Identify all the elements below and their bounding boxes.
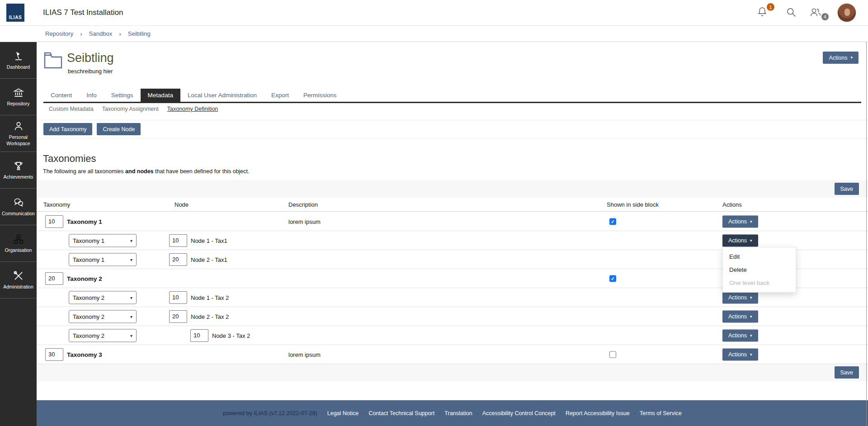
row-actions-button[interactable]: Actions▾ <box>722 291 758 303</box>
scrollbar[interactable] <box>866 42 867 426</box>
tab-permissions[interactable]: Permissions <box>296 89 344 102</box>
actions-label: Actions <box>728 294 747 301</box>
sidebar-item-organisation[interactable]: Organisation <box>0 225 37 262</box>
table-header: Taxonomy Node Description Shown in side … <box>37 198 868 212</box>
taxonomy-select[interactable]: Taxonomy 1▾ <box>69 234 137 247</box>
order-input[interactable] <box>169 291 187 304</box>
row-actions-button[interactable]: Actions▾ <box>722 215 758 227</box>
chevron-down-icon: ▾ <box>130 314 132 319</box>
contacts-button[interactable] <box>808 6 823 20</box>
footer-link-terms-of-service[interactable]: Terms of Service <box>640 410 682 417</box>
chevron-down-icon: ▾ <box>130 257 132 262</box>
footer-link-contact-technical-support[interactable]: Contact Technical Support <box>368 410 434 417</box>
sidebar-label: Achievements <box>4 174 33 180</box>
check-icon: ✓ <box>611 219 615 224</box>
taxonomy-select[interactable]: Taxonomy 2▾ <box>69 310 137 323</box>
caret-down-icon: ▾ <box>750 352 752 356</box>
sidebar-label: Dashboard <box>7 64 30 70</box>
ilias-logo-text: ILIAS <box>9 15 22 20</box>
taxonomy-select[interactable]: Taxonomy 2▾ <box>69 329 137 342</box>
search-button[interactable] <box>785 6 797 20</box>
subtab-taxonomy-assignment[interactable]: Taxonomy Assignment <box>102 106 159 112</box>
table-row-node-2-tax2: Taxonomy 2▾ Node 2 - Tax 2 Actions▾ <box>37 307 868 326</box>
table-top-bar: Save <box>37 180 868 198</box>
subtab-taxonomy-definition[interactable]: Taxonomy Definition <box>167 106 218 112</box>
person-icon <box>13 120 24 132</box>
taxonomy-select-value: Taxonomy 2 <box>73 313 104 320</box>
actions-label: Actions <box>728 351 747 358</box>
order-input[interactable] <box>169 253 187 266</box>
taxonomy-select[interactable]: Taxonomy 2▾ <box>69 291 137 304</box>
subtitle-text: The following are all taxonomies <box>43 168 125 175</box>
divider <box>37 120 868 120</box>
taxonomy-select[interactable]: Taxonomy 1▾ <box>69 253 137 266</box>
notifications-badge: 1 <box>767 3 774 11</box>
sidebar-item-repository[interactable]: Repository <box>0 79 37 115</box>
caret-down-icon: ▾ <box>750 238 752 242</box>
caret-down-icon: ▾ <box>750 219 752 223</box>
sidebar-item-communication[interactable]: Communication <box>0 189 37 225</box>
toolbar: Add Taxonomy Create Node <box>43 123 141 135</box>
footer-link-translation[interactable]: Translation <box>444 410 472 417</box>
order-input[interactable] <box>45 272 63 285</box>
column-header-actions: Actions <box>722 198 742 212</box>
tab-metadata[interactable]: Metadata <box>141 89 180 102</box>
chevron-down-icon: ▾ <box>130 333 132 338</box>
subtab-bar: Custom Metadata Taxonomy Assignment Taxo… <box>49 106 218 112</box>
breadcrumb-item-repository[interactable]: Repository <box>45 30 73 37</box>
subtab-custom-metadata[interactable]: Custom Metadata <box>49 106 94 112</box>
repository-bank-icon <box>13 87 24 99</box>
trophy-icon <box>13 160 24 172</box>
page-footer: powered by ILIAS (v7.12 2022-07-29) · Le… <box>37 400 868 426</box>
row-actions-button[interactable]: Actions▾ <box>722 329 758 341</box>
row-actions-button[interactable]: Actions▾ <box>722 348 758 360</box>
dashboard-lamp-icon <box>13 50 24 62</box>
page-title: Seibtling <box>67 51 114 65</box>
subtitle-bold-text: and nodes <box>125 168 154 175</box>
tab-content[interactable]: Content <box>43 89 79 102</box>
tab-info[interactable]: Info <box>79 89 104 102</box>
tab-local-user-administration[interactable]: Local User Administration <box>180 89 264 102</box>
breadcrumb-item-sandbox[interactable]: Sandbox <box>89 30 112 37</box>
subtitle-text: that have been defined for this object. <box>154 168 250 175</box>
tab-settings[interactable]: Settings <box>104 89 141 102</box>
shown-in-side-block-checkbox[interactable]: ✓ <box>609 275 616 282</box>
footer-link-accessibility-control-concept[interactable]: Accessibility Control Concept <box>482 410 556 417</box>
order-input[interactable] <box>169 234 187 247</box>
order-input[interactable] <box>169 310 187 323</box>
sidebar-item-personal-workspace[interactable]: Personal Workspace <box>0 115 37 152</box>
menu-item-edit[interactable]: Edit <box>723 250 796 263</box>
save-button-bottom[interactable]: Save <box>835 366 859 379</box>
contacts-icon <box>808 6 823 19</box>
taxonomy-title: Taxonomy 2 <box>67 275 102 282</box>
create-node-button[interactable]: Create Node <box>97 123 141 135</box>
ilias-logo[interactable]: ILIAS <box>6 4 24 22</box>
page-actions-button[interactable]: Actions ▾ <box>823 52 859 64</box>
footer-separator: · <box>439 410 440 417</box>
sidebar-item-administration[interactable]: Administration <box>0 262 37 298</box>
footer-separator: · <box>321 410 323 417</box>
menu-item-delete[interactable]: Delete <box>723 263 796 276</box>
search-icon <box>785 6 797 19</box>
actions-label: Actions <box>728 332 747 339</box>
order-input[interactable] <box>45 348 63 361</box>
tab-export[interactable]: Export <box>264 89 296 102</box>
sidebar-item-achievements[interactable]: Achievements <box>0 152 37 189</box>
section-title: Taxonomies <box>43 153 96 165</box>
footer-link-report-accessibility-issue[interactable]: Report Accessibility Issue <box>566 410 630 417</box>
sidebar-item-dashboard[interactable]: Dashboard <box>0 42 37 79</box>
order-input[interactable] <box>45 215 63 228</box>
row-actions-button[interactable]: Actions▾ <box>722 310 758 322</box>
user-avatar[interactable] <box>837 3 856 22</box>
taxonomy-select-value: Taxonomy 2 <box>73 294 104 301</box>
row-actions-button-open[interactable]: Actions▾ <box>722 234 758 246</box>
save-button-top[interactable]: Save <box>835 183 859 195</box>
shown-in-side-block-checkbox[interactable]: ✓ <box>609 351 616 358</box>
caret-down-icon: ▾ <box>850 56 853 60</box>
order-input[interactable] <box>190 329 208 342</box>
table-body: Taxonomy 1 lorem ipsum ✓ Actions▾ Taxono… <box>37 212 868 381</box>
add-taxonomy-button[interactable]: Add Taxonomy <box>43 123 92 135</box>
shown-in-side-block-checkbox[interactable]: ✓ <box>609 218 616 225</box>
footer-link-legal-notice[interactable]: Legal Notice <box>327 410 359 417</box>
breadcrumb-item-seibtling[interactable]: Seibtling <box>128 30 151 37</box>
